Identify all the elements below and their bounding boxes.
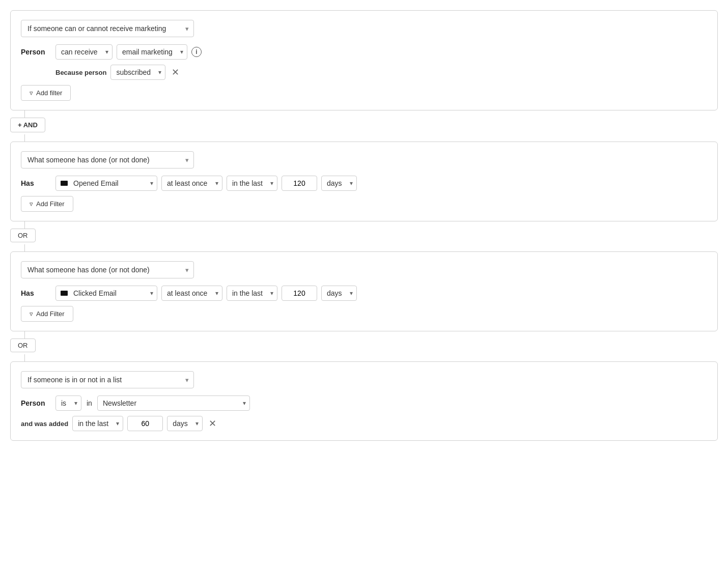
frequency-select-2[interactable]: at least once — [161, 286, 222, 301]
marketing-permission-select-wrap[interactable]: If someone can or cannot receive marketi… — [21, 20, 194, 37]
because-row: Because person subscribed ✕ — [21, 65, 707, 80]
time-select-2[interactable]: in the last — [227, 286, 277, 301]
or1-vline-bottom — [10, 244, 718, 251]
is-select[interactable]: is — [55, 396, 81, 411]
because-select[interactable]: subscribed — [110, 65, 165, 80]
unit-select-3[interactable]: days — [167, 416, 203, 431]
time-select-1[interactable]: in the last — [227, 176, 277, 191]
and-button[interactable]: + AND — [10, 118, 45, 132]
because-label: Because person — [55, 69, 106, 76]
added-time-select-wrap[interactable]: in the last — [72, 416, 123, 431]
frequency-select-wrap-1[interactable]: at least once — [161, 176, 222, 191]
list-name-select[interactable]: Newsletter — [97, 396, 250, 411]
what-done-select-wrap-2[interactable]: What someone has done (or not done) — [21, 261, 194, 278]
because-close-icon[interactable]: ✕ — [170, 67, 181, 78]
filter-icon-1: ▿ — [30, 89, 33, 97]
add-filter-label-1: Add filter — [36, 89, 62, 97]
days-input-3[interactable] — [127, 416, 163, 431]
can-receive-select-wrap[interactable]: can receive — [55, 44, 113, 60]
list-membership-select[interactable]: If someone is in or not in a list — [21, 371, 194, 388]
list-name-select-wrap[interactable]: Newsletter — [97, 396, 250, 411]
time-select-wrap-1[interactable]: in the last — [227, 176, 277, 191]
marketing-permission-select[interactable]: If someone can or cannot receive marketi… — [21, 20, 194, 37]
marketing-type-select[interactable]: email marketing — [117, 44, 187, 60]
list-membership-select-wrap[interactable]: If someone is in or not in a list — [21, 371, 194, 388]
filter-icon-3: ▿ — [30, 310, 33, 318]
has-label-1: Has — [21, 179, 51, 187]
block-list-membership: If someone is in or not in a list Person… — [10, 361, 718, 441]
info-icon[interactable]: i — [191, 47, 202, 57]
added-time-select[interactable]: in the last — [72, 416, 123, 431]
opened-email-select[interactable]: Opened Email — [55, 176, 157, 191]
block-marketing-permission: If someone can or cannot receive marketi… — [10, 10, 718, 110]
vline-top-and — [24, 110, 25, 118]
add-filter-button-3[interactable]: ▿ Add Filter — [21, 306, 73, 322]
or2-vline-bottom — [10, 354, 718, 361]
block-clicked-email: What someone has done (or not done) Has … — [10, 251, 718, 331]
clicked-email-select[interactable]: Clicked Email — [55, 286, 157, 301]
what-done-select-2[interactable]: What someone has done (or not done) — [21, 261, 194, 278]
vline-or2-top — [24, 331, 25, 339]
in-label: in — [87, 399, 92, 407]
vline-bottom-and — [24, 134, 25, 142]
what-done-select-1[interactable]: What someone has done (or not done) — [21, 151, 194, 168]
clicked-email-select-wrap[interactable]: Clicked Email — [55, 286, 157, 301]
unit-select-1[interactable]: days — [321, 176, 357, 191]
add-filter-button-2[interactable]: ▿ Add Filter — [21, 196, 73, 212]
or-button-2[interactable]: OR — [10, 339, 36, 352]
add-filter-label-2: Add Filter — [36, 200, 65, 208]
filter-icon-2: ▿ — [30, 200, 33, 208]
opened-email-select-wrap[interactable]: Opened Email — [55, 176, 157, 191]
has-label-2: Has — [21, 289, 51, 297]
unit-select-wrap-1[interactable]: days — [321, 176, 357, 191]
add-filter-label-3: Add Filter — [36, 310, 65, 318]
unit-select-wrap-3[interactable]: days — [167, 416, 203, 431]
can-receive-select[interactable]: can receive — [55, 44, 113, 60]
days-input-2[interactable] — [282, 286, 317, 301]
add-filter-button-1[interactable]: ▿ Add filter — [21, 85, 71, 101]
vline-or1-bottom — [24, 244, 25, 251]
frequency-select-1[interactable]: at least once — [161, 176, 222, 191]
and-vline-bottom — [10, 134, 718, 142]
and-vline-container — [10, 110, 718, 118]
block-opened-email: What someone has done (or not done) Has … — [10, 142, 718, 221]
person-row: Person can receive email marketing i — [21, 44, 707, 60]
unit-select-2[interactable]: days — [321, 286, 357, 301]
frequency-select-wrap-2[interactable]: at least once — [161, 286, 222, 301]
marketing-type-select-wrap[interactable]: email marketing — [117, 44, 187, 60]
added-close-icon[interactable]: ✕ — [207, 418, 218, 429]
person-label-4: Person — [21, 399, 51, 407]
or2-vline-top — [10, 331, 718, 339]
and-was-added-row: and was added in the last days ✕ — [21, 416, 707, 431]
person-label: Person — [21, 48, 51, 56]
days-input-1[interactable] — [282, 176, 317, 191]
and-was-added-label: and was added — [21, 420, 68, 428]
what-done-select-wrap-1[interactable]: What someone has done (or not done) — [21, 151, 194, 168]
clicked-email-row: Has Clicked Email at least once in the l… — [21, 286, 707, 301]
or1-vline-top — [10, 221, 718, 229]
time-select-wrap-2[interactable]: in the last — [227, 286, 277, 301]
opened-email-row: Has Opened Email at least once in the la… — [21, 176, 707, 191]
list-person-row: Person is in Newsletter — [21, 396, 707, 411]
vline-or2-bottom — [24, 354, 25, 361]
or-button-1[interactable]: OR — [10, 229, 36, 242]
vline-or1-top — [24, 221, 25, 229]
unit-select-wrap-2[interactable]: days — [321, 286, 357, 301]
is-select-wrap[interactable]: is — [55, 396, 81, 411]
because-select-wrap[interactable]: subscribed — [110, 65, 165, 80]
